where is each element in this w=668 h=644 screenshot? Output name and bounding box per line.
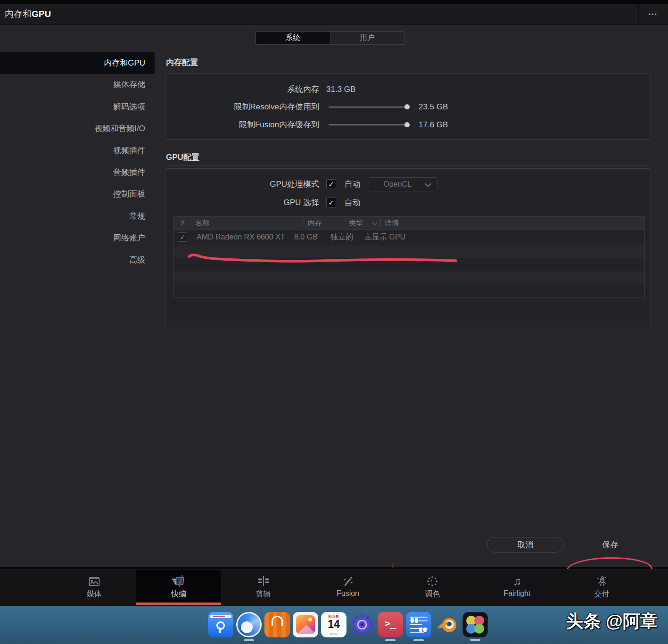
dock-icon-app-store[interactable]	[264, 612, 290, 637]
file-manager-glyph	[216, 621, 225, 630]
fusion-cache-limit-label: 限制Fusion内存缓存到	[165, 119, 319, 131]
gpu-row-checkbox[interactable]: ✓	[178, 232, 187, 242]
memory-section-title: 内存配置	[166, 57, 198, 68]
gpu-select-auto-checkbox[interactable]: ✓	[326, 198, 336, 207]
dialog-title: 内存和GPU	[5, 4, 51, 25]
gpu-count-header: 2	[174, 219, 191, 227]
gpu-table: 2 名称 内存 类型 详情 ✓ AMD Radeon RX 6600 XT 8.…	[173, 216, 645, 297]
slider-handle[interactable]	[404, 104, 410, 109]
editor-quote-glyph	[419, 627, 422, 632]
resolve-memory-limit-value: 23.5 GB	[419, 101, 448, 113]
sidebar-item-video-audio-io[interactable]: 视频和音频I/O	[0, 118, 155, 140]
page-deliver[interactable]: 交付	[560, 570, 644, 606]
dock-icon-file-manager[interactable]	[208, 612, 233, 637]
gpu-select-auto-label: 自动	[345, 197, 361, 208]
page-cut[interactable]: 快编	[136, 570, 221, 606]
sidebar-item-video-plugins[interactable]: 视频插件	[0, 140, 155, 162]
system-memory-value: 31.3 GB	[326, 84, 355, 95]
gpu-mode-auto-checkbox[interactable]: ✓	[326, 179, 336, 189]
gallery-photo	[296, 615, 315, 634]
sidebar-item-audio-plugins[interactable]: 音频插件	[0, 162, 155, 183]
dialog-titlebar: 内存和GPU •••	[0, 4, 668, 25]
window-menu-button[interactable]: •••	[641, 4, 665, 25]
titlebar-divider	[638, 4, 639, 25]
tab-system[interactable]: 系统	[256, 32, 330, 44]
sidebar-item-media-storage[interactable]: 媒体存储	[0, 74, 155, 96]
sidebar-item-decode-options[interactable]: 解码选项	[0, 96, 155, 118]
empty-table-row	[174, 271, 644, 284]
ellipsis-icon: •••	[648, 11, 658, 18]
gpu-name-cell: AMD Radeon RX 6600 XT	[187, 233, 290, 241]
chevron-down-icon[interactable]	[372, 220, 377, 225]
media-page-icon	[87, 574, 101, 589]
color-page-icon	[425, 574, 439, 589]
page-color[interactable]: 调色	[390, 570, 475, 606]
slider-handle[interactable]	[404, 122, 410, 127]
gpu-table-header: 2 名称 内存 类型 详情	[174, 217, 644, 230]
page-fusion[interactable]: Fusion	[305, 570, 390, 606]
resolve-memory-limit-label: 限制Resolve内存使用到	[165, 101, 319, 113]
gpu-section-title: GPU配置	[166, 152, 199, 163]
resolve-page-bar: 媒体 快编	[0, 569, 668, 606]
page-media[interactable]: 媒体	[52, 570, 136, 606]
save-button[interactable]: 保存	[572, 537, 649, 553]
check-icon: ✓	[328, 180, 334, 189]
tab-user[interactable]: 用户	[330, 32, 404, 44]
page-label: 剪辑	[256, 589, 271, 599]
gpu-mode-label: GPU处理模式	[165, 179, 319, 190]
gallery-sun	[308, 618, 312, 621]
sidebar-item-general[interactable]: 常规	[0, 206, 155, 227]
edit-page-icon	[256, 574, 271, 589]
gpu-api-value: OpenCL	[369, 180, 426, 189]
dock-icon-blender[interactable]	[434, 612, 460, 637]
page-label: Fairlight	[503, 589, 530, 598]
preferences-dialog: 系统 用户 内存和GPU 媒体存储 解码选项 视频和音频I/O 视频插件 音频插…	[0, 25, 668, 567]
check-icon: ✓	[328, 198, 334, 207]
gpu-detail-cell: 主显示 GPU	[358, 232, 644, 242]
dock-icon-terminal[interactable]: >_	[378, 612, 403, 637]
gpu-table-row[interactable]: ✓ AMD Radeon RX 6600 XT 8.0 GB 独立的 主显示 G…	[174, 230, 644, 245]
column-header-detail: 详情	[380, 219, 644, 227]
fusion-page-icon	[341, 574, 355, 589]
page-label: 调色	[425, 589, 440, 599]
system-memory-label: 系统内存	[165, 84, 319, 95]
gpu-section-rule	[165, 165, 651, 166]
slider-track[interactable]	[329, 107, 410, 107]
gpu-memory-cell: 8.0 GB	[290, 233, 327, 241]
dock-icon-text-editor[interactable]	[406, 612, 431, 637]
dock-icon-gallery[interactable]	[293, 612, 318, 637]
dialog-title-bold: GPU	[32, 9, 51, 19]
dock-icon-davinci-resolve[interactable]	[462, 612, 488, 637]
sidebar-item-internet-accounts[interactable]: 网络账户	[0, 227, 155, 249]
column-header-type: 类型	[345, 219, 380, 227]
editor-line	[410, 617, 428, 618]
sidebar-item-advanced[interactable]: 高级	[0, 249, 155, 271]
settings-sidebar: 内存和GPU 媒体存储 解码选项 视频和音频I/O 视频插件 音频插件 控制面板…	[0, 52, 155, 271]
gear-icon	[350, 612, 374, 637]
page-edit[interactable]: 剪辑	[221, 570, 305, 606]
slider-track[interactable]	[329, 124, 410, 125]
dock-icon-browser[interactable]	[236, 612, 262, 637]
resolve-memory-limit-slider[interactable]	[329, 101, 412, 113]
dialog-title-prefix: 内存和	[5, 9, 32, 19]
dock-icon-calendar[interactable]: MAR 14 MON	[321, 612, 346, 637]
screen: 内存和GPU ••• 系统 用户 内存和GPU 媒体存储 解码选项 视频和音频I…	[0, 0, 668, 644]
editor-line	[410, 624, 422, 625]
deliver-page-icon	[594, 574, 609, 589]
check-icon: ✓	[180, 233, 185, 241]
file-manager-band	[210, 615, 231, 618]
page-fairlight[interactable]: ♫ Fairlight	[475, 570, 559, 606]
fusion-cache-limit-slider[interactable]	[329, 119, 412, 131]
gpu-type-cell: 独立的	[327, 232, 358, 242]
sidebar-item-memory-gpu[interactable]: 内存和GPU	[0, 52, 155, 74]
gpu-api-dropdown[interactable]: OpenCL	[369, 177, 437, 191]
browser-inner	[241, 621, 253, 633]
sidebar-item-control-panels[interactable]: 控制面板	[0, 183, 155, 205]
resolve-ball-green	[474, 624, 484, 634]
column-header-name: 名称	[191, 219, 304, 227]
dock-icon-control-center[interactable]	[349, 612, 375, 637]
column-header-memory: 内存	[304, 219, 345, 227]
fairlight-page-icon: ♫	[513, 574, 521, 589]
gpu-mode-auto-label: 自动	[345, 179, 361, 190]
cancel-button[interactable]: 取消	[487, 537, 564, 553]
